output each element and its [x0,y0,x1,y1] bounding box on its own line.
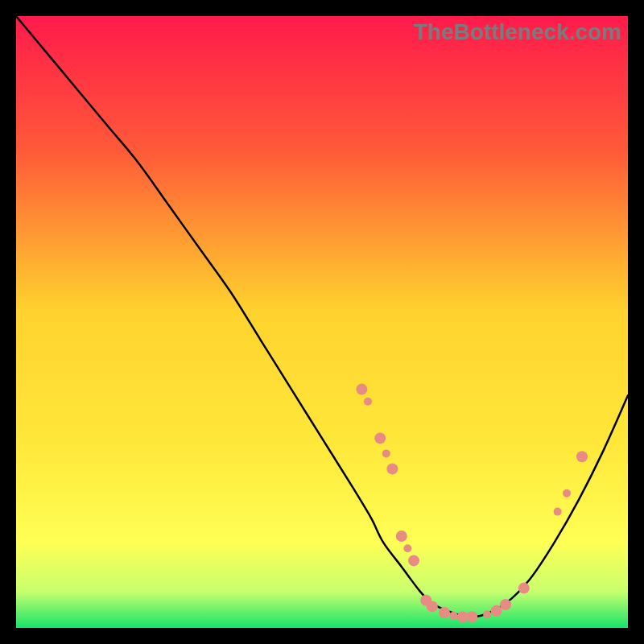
bottleneck-chart [16,16,628,628]
marker-dot [554,508,562,516]
marker-dot [576,451,588,462]
marker-dot [374,432,386,444]
marker-dot [518,583,530,594]
watermark-text: TheBottleneck.com [414,19,621,45]
marker-dot [449,612,457,620]
marker-dot [403,544,411,552]
marker-dot [356,384,367,395]
marker-dot [563,489,571,497]
marker-dot [408,555,419,566]
marker-dot [439,607,450,618]
marker-dot [500,599,511,610]
marker-dot [466,611,477,622]
gradient-background [16,16,628,628]
marker-dot [386,463,398,474]
marker-dot [427,601,438,612]
marker-dot [396,530,407,542]
marker-dot [382,449,390,457]
marker-dot [483,610,491,618]
marker-dot [364,398,372,406]
chart-frame: TheBottleneck.com [16,16,628,628]
marker-dot [491,605,502,617]
